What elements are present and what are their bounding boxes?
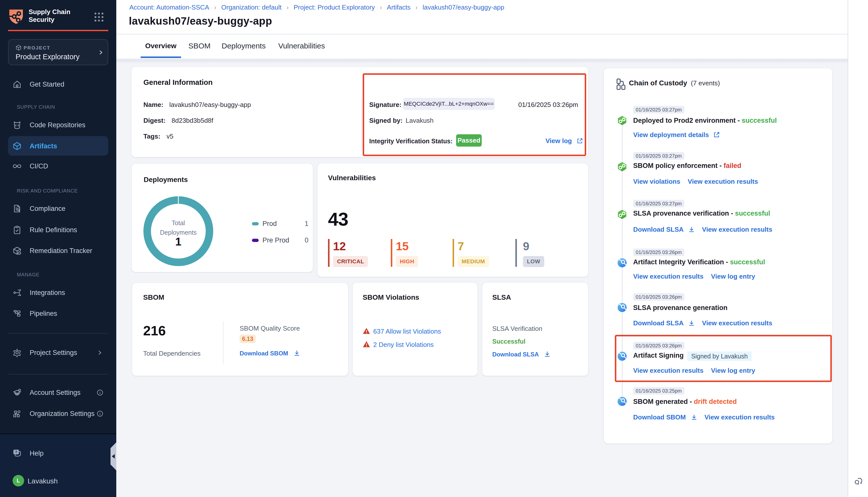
- svg-text:?: ?: [15, 450, 17, 454]
